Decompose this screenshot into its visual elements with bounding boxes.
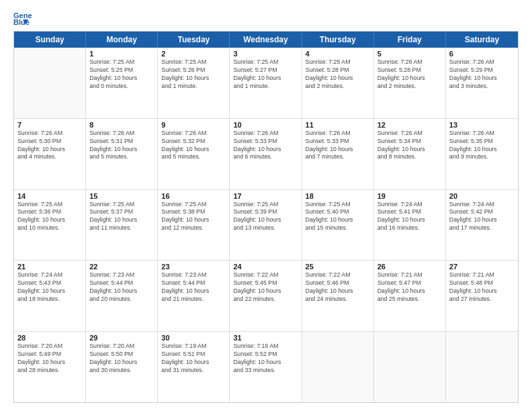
cal-cell: 4Sunrise: 7:25 AM Sunset: 5:28 PM Daylig… [302,48,374,118]
cell-day-number: 2 [161,50,226,58]
calendar-header: SundayMondayTuesdayWednesdayThursdayFrid… [14,32,518,48]
cal-cell: 9Sunrise: 7:26 AM Sunset: 5:32 PM Daylig… [158,119,230,189]
cell-info: Sunrise: 7:26 AM Sunset: 5:33 PM Dayligh… [233,130,298,162]
cell-info: Sunrise: 7:26 AM Sunset: 5:29 PM Dayligh… [449,58,515,91]
cell-day-number: 13 [449,121,515,129]
week-row-2: 7Sunrise: 7:26 AM Sunset: 5:30 PM Daylig… [14,119,518,190]
cal-cell: 15Sunrise: 7:25 AM Sunset: 5:37 PM Dayli… [86,190,158,261]
day-header-friday: Friday [374,32,446,48]
cell-day-number: 20 [449,192,515,200]
day-header-wednesday: Wednesday [230,32,302,48]
cal-cell: 10Sunrise: 7:26 AM Sunset: 5:33 PM Dayli… [230,119,302,189]
cell-info: Sunrise: 7:25 AM Sunset: 5:28 PM Dayligh… [306,58,370,91]
cal-cell: 13Sunrise: 7:26 AM Sunset: 5:35 PM Dayli… [446,119,518,189]
cal-cell: 5Sunrise: 7:26 AM Sunset: 5:28 PM Daylig… [374,48,446,118]
cell-info: Sunrise: 7:26 AM Sunset: 5:32 PM Dayligh… [161,130,226,162]
cal-cell: 19Sunrise: 7:24 AM Sunset: 5:41 PM Dayli… [374,190,446,261]
week-row-3: 14Sunrise: 7:25 AM Sunset: 5:36 PM Dayli… [14,190,518,261]
cell-day-number: 8 [89,121,154,129]
cell-day-number: 31 [233,334,298,342]
calendar: SundayMondayTuesdayWednesdayThursdayFrid… [13,31,519,403]
cell-day-number: 11 [306,121,370,129]
cell-info: Sunrise: 7:26 AM Sunset: 5:35 PM Dayligh… [449,130,515,162]
cal-cell: 24Sunrise: 7:22 AM Sunset: 5:45 PM Dayli… [230,261,302,331]
cell-info: Sunrise: 7:23 AM Sunset: 5:44 PM Dayligh… [89,271,154,304]
cell-info: Sunrise: 7:23 AM Sunset: 5:44 PM Dayligh… [161,271,226,304]
cell-day-number: 7 [17,121,82,129]
page: General Blue SundayMondayTuesdayWednesda… [0,0,532,411]
cell-info: Sunrise: 7:25 AM Sunset: 5:38 PM Dayligh… [161,201,226,233]
cal-cell [302,332,374,402]
cell-info: Sunrise: 7:20 AM Sunset: 5:49 PM Dayligh… [17,342,82,375]
cal-cell: 22Sunrise: 7:23 AM Sunset: 5:44 PM Dayli… [86,261,158,331]
day-header-thursday: Thursday [302,32,374,48]
cell-day-number: 23 [161,263,226,271]
day-header-saturday: Saturday [446,32,518,48]
week-row-4: 21Sunrise: 7:24 AM Sunset: 5:43 PM Dayli… [14,261,518,332]
cell-day-number: 12 [378,121,442,129]
cal-cell: 23Sunrise: 7:23 AM Sunset: 5:44 PM Dayli… [158,261,230,331]
cal-cell: 30Sunrise: 7:19 AM Sunset: 5:51 PM Dayli… [158,332,230,402]
cal-cell [14,48,86,118]
cal-cell: 20Sunrise: 7:24 AM Sunset: 5:42 PM Dayli… [446,190,518,261]
cal-cell: 28Sunrise: 7:20 AM Sunset: 5:49 PM Dayli… [14,332,86,402]
cell-day-number: 6 [449,50,515,58]
cal-cell: 7Sunrise: 7:26 AM Sunset: 5:30 PM Daylig… [14,119,86,189]
cell-day-number: 26 [378,263,442,271]
cal-cell: 11Sunrise: 7:26 AM Sunset: 5:33 PM Dayli… [302,119,374,189]
calendar-body: 1Sunrise: 7:25 AM Sunset: 5:25 PM Daylig… [14,48,518,402]
cell-day-number: 3 [233,50,298,58]
cell-day-number: 10 [233,121,298,129]
week-row-5: 28Sunrise: 7:20 AM Sunset: 5:49 PM Dayli… [14,332,518,402]
week-row-1: 1Sunrise: 7:25 AM Sunset: 5:25 PM Daylig… [14,48,518,119]
cal-cell: 16Sunrise: 7:25 AM Sunset: 5:38 PM Dayli… [158,190,230,261]
cell-day-number: 17 [233,192,298,200]
cell-day-number: 30 [161,334,226,342]
cell-day-number: 9 [161,121,226,129]
day-header-sunday: Sunday [14,32,86,48]
cell-day-number: 14 [17,192,82,200]
cell-info: Sunrise: 7:26 AM Sunset: 5:28 PM Dayligh… [378,58,442,91]
cal-cell: 17Sunrise: 7:25 AM Sunset: 5:39 PM Dayli… [230,190,302,261]
cell-day-number: 18 [306,192,370,200]
cal-cell [374,332,446,402]
cell-info: Sunrise: 7:25 AM Sunset: 5:27 PM Dayligh… [233,58,298,91]
cal-cell: 2Sunrise: 7:25 AM Sunset: 5:26 PM Daylig… [158,48,230,118]
cell-info: Sunrise: 7:19 AM Sunset: 5:52 PM Dayligh… [233,342,298,375]
cal-cell: 12Sunrise: 7:26 AM Sunset: 5:34 PM Dayli… [374,119,446,189]
cal-cell: 6Sunrise: 7:26 AM Sunset: 5:29 PM Daylig… [446,48,518,118]
cell-info: Sunrise: 7:26 AM Sunset: 5:33 PM Dayligh… [306,130,370,162]
day-header-monday: Monday [86,32,158,48]
cal-cell: 14Sunrise: 7:25 AM Sunset: 5:36 PM Dayli… [14,190,86,261]
cal-cell: 25Sunrise: 7:22 AM Sunset: 5:46 PM Dayli… [302,261,374,331]
logo-icon: General Blue [13,11,32,26]
cell-day-number: 29 [89,334,154,342]
cell-info: Sunrise: 7:25 AM Sunset: 5:40 PM Dayligh… [306,201,370,233]
cell-day-number: 4 [306,50,370,58]
cell-day-number: 27 [449,263,515,271]
cell-info: Sunrise: 7:25 AM Sunset: 5:37 PM Dayligh… [89,201,154,233]
cal-cell: 26Sunrise: 7:21 AM Sunset: 5:47 PM Dayli… [374,261,446,331]
cell-info: Sunrise: 7:19 AM Sunset: 5:51 PM Dayligh… [161,342,226,375]
cell-day-number: 24 [233,263,298,271]
svg-text:Blue: Blue [13,18,30,26]
cell-day-number: 22 [89,263,154,271]
cal-cell [446,332,518,402]
cell-info: Sunrise: 7:25 AM Sunset: 5:36 PM Dayligh… [17,201,82,233]
cell-info: Sunrise: 7:24 AM Sunset: 5:43 PM Dayligh… [17,271,82,304]
day-header-tuesday: Tuesday [158,32,230,48]
cell-day-number: 28 [17,334,82,342]
cell-info: Sunrise: 7:26 AM Sunset: 5:34 PM Dayligh… [378,130,442,162]
cell-info: Sunrise: 7:21 AM Sunset: 5:47 PM Dayligh… [378,271,442,304]
cell-day-number: 21 [17,263,82,271]
cell-day-number: 16 [161,192,226,200]
cal-cell: 3Sunrise: 7:25 AM Sunset: 5:27 PM Daylig… [230,48,302,118]
cell-day-number: 1 [89,50,154,58]
cell-info: Sunrise: 7:24 AM Sunset: 5:41 PM Dayligh… [378,201,442,233]
cal-cell: 18Sunrise: 7:25 AM Sunset: 5:40 PM Dayli… [302,190,374,261]
cell-info: Sunrise: 7:21 AM Sunset: 5:48 PM Dayligh… [449,271,515,304]
cell-info: Sunrise: 7:22 AM Sunset: 5:45 PM Dayligh… [233,271,298,304]
cell-info: Sunrise: 7:26 AM Sunset: 5:30 PM Dayligh… [17,130,82,162]
cell-info: Sunrise: 7:25 AM Sunset: 5:25 PM Dayligh… [89,58,154,91]
cell-info: Sunrise: 7:24 AM Sunset: 5:42 PM Dayligh… [449,201,515,233]
